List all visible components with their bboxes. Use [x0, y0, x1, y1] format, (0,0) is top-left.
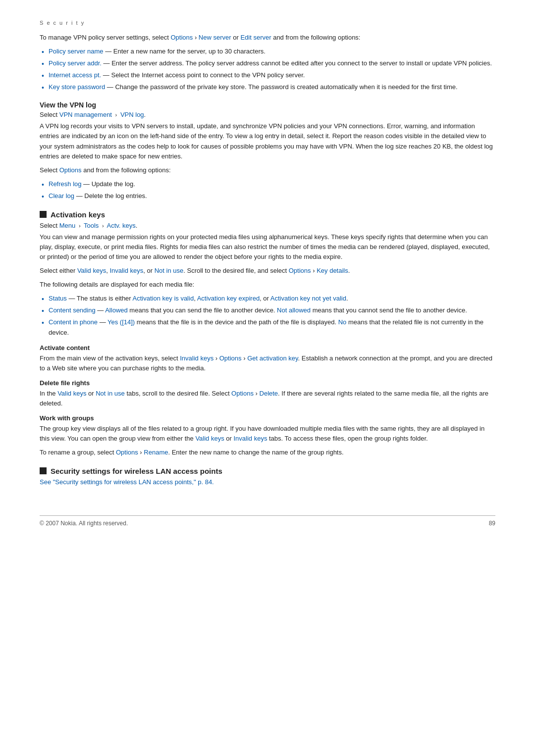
list-item: Refresh log — Update the log. [40, 179, 495, 190]
activation-keys-heading: Activation keys [40, 210, 495, 219]
not-allowed-link[interactable]: Not allowed [277, 306, 311, 314]
policy-server-name-text: — Enter a new name for the server, up to… [104, 48, 266, 55]
list-item-status: Status — The status is either Activation… [40, 294, 495, 304]
work-with-groups-para1: The group key view displays all of the f… [40, 424, 495, 444]
section-square-icon [40, 211, 47, 218]
policy-server-addr-link[interactable]: Policy server addr. [49, 59, 102, 67]
menu-link[interactable]: Menu [59, 222, 76, 229]
nav-arrow1: › [79, 223, 81, 229]
section-label: S e c u r i t y [40, 20, 495, 26]
status-link[interactable]: Status [49, 295, 67, 302]
view-vpn-log-heading: View the VPN log [40, 101, 495, 109]
tools-link[interactable]: Tools [84, 222, 99, 229]
delete-arrow: › [256, 390, 258, 397]
vpn-intro-suffix: and from the following options: [271, 34, 361, 41]
policy-server-addr-text: — Enter the server address. The policy s… [102, 59, 492, 67]
nav-arrow: › [115, 112, 117, 118]
following-details-text: The following details are displayed for … [40, 280, 495, 290]
view-vpn-log-section: View the VPN log Select VPN management ›… [40, 101, 495, 201]
vpn-log-select-options: Select Options and from the following op… [40, 165, 495, 175]
list-item: Internet access pt. — Select the Interne… [40, 70, 495, 81]
content-in-phone-link[interactable]: Content in phone [49, 318, 98, 326]
activation-key-expired-link[interactable]: Activation key expired [197, 295, 260, 302]
clear-log-link[interactable]: Clear log [49, 192, 74, 200]
no-link[interactable]: No [338, 318, 347, 326]
yes-link[interactable]: Yes ([14]) [107, 318, 135, 326]
activation-keys-details-list: Status — The status is either Activation… [40, 294, 495, 338]
vpn-intro-text: To manage VPN policy server settings, se… [40, 34, 170, 41]
valid-keys-link1[interactable]: Valid keys [77, 267, 106, 274]
activation-key-valid-link[interactable]: Activation key is valid [133, 295, 194, 302]
actv-keys-link[interactable]: Actv. keys [107, 222, 136, 229]
list-item-content-in-phone: Content in phone — Yes ([14]) means that… [40, 317, 495, 338]
vpn-edit-server-link[interactable]: Edit server [240, 34, 271, 41]
invalid-keys-link2[interactable]: Invalid keys [180, 354, 214, 362]
vpn-intro-arrow: › [195, 34, 197, 41]
section-square-icon2 [40, 467, 47, 474]
activation-keys-description: You can view and manage permission right… [40, 232, 495, 262]
delete-file-rights-text: In the Valid keys or Not in use tabs, sc… [40, 389, 495, 408]
security-settings-link[interactable]: See "Security settings for wireless LAN … [40, 478, 214, 486]
list-item: Clear log — Delete the log entries. [40, 191, 495, 202]
activation-key-not-yet-valid-link[interactable]: Activation key not yet valid [270, 295, 346, 302]
vpn-options-link[interactable]: Options [170, 34, 193, 41]
activate-arrow1: › [215, 354, 217, 362]
activate-content-heading: Activate content [40, 344, 495, 352]
footer-copyright: © 2007 Nokia. All rights reserved. [40, 520, 128, 527]
footer-page-number: 89 [489, 520, 495, 527]
delete-file-rights-heading: Delete file rights [40, 379, 495, 387]
allowed-link[interactable]: Allowed [105, 306, 128, 314]
rename-options-link[interactable]: Options [116, 449, 138, 456]
vpn-management-link[interactable]: VPN management [59, 111, 112, 118]
vpn-new-server-link[interactable]: New server [199, 34, 231, 41]
key-store-password-link[interactable]: Key store password [49, 83, 105, 91]
activation-keys-section: Activation keys Select Menu › Tools › Ac… [40, 210, 495, 458]
select-either-paragraph: Select either Valid keys, Invalid keys, … [40, 266, 495, 276]
activation-keys-nav: Select Menu › Tools › Actv. keys. [40, 222, 495, 229]
rename-arrow: › [140, 449, 142, 456]
internet-access-pt-text: — Select the Internet access point to co… [101, 71, 305, 79]
activate-options-link[interactable]: Options [219, 354, 242, 362]
vpn-log-nav: Select VPN management › VPN log. [40, 111, 495, 118]
list-item-content-sending: Content sending — Allowed means that you… [40, 305, 495, 316]
vpn-options-list: Policy server name — Enter a new name fo… [40, 47, 495, 92]
not-in-use-link2[interactable]: Not in use [96, 390, 125, 397]
security-settings-section: Security settings for wireless LAN acces… [40, 467, 495, 486]
valid-keys-link4[interactable]: Valid keys [195, 435, 224, 442]
list-item: Policy server name — Enter a new name fo… [40, 47, 495, 57]
footer: © 2007 Nokia. All rights reserved. 89 [40, 515, 495, 527]
vpn-log-link[interactable]: VPN log [120, 111, 144, 118]
work-with-groups-heading: Work with groups [40, 414, 495, 422]
vpn-intro-paragraph: To manage VPN policy server settings, se… [40, 33, 495, 43]
vpn-or: or [231, 34, 241, 41]
vpn-log-options-list: Refresh log — Update the log. Clear log … [40, 179, 495, 202]
rename-link[interactable]: Rename [144, 449, 168, 456]
invalid-keys-link1[interactable]: Invalid keys [109, 267, 143, 274]
nav-arrow2: › [102, 223, 104, 229]
work-with-groups-para2: To rename a group, select Options › Rena… [40, 448, 495, 457]
delete-options-link[interactable]: Options [231, 390, 254, 397]
valid-keys-link3[interactable]: Valid keys [57, 390, 86, 397]
delete-link[interactable]: Delete [260, 390, 278, 397]
vpn-log-description: A VPN log records your visits to VPN ser… [40, 121, 495, 161]
internet-access-pt-link[interactable]: Internet access pt. [49, 71, 101, 79]
activate-content-text: From the main view of the activation key… [40, 353, 495, 373]
security-settings-heading: Security settings for wireless LAN acces… [40, 467, 495, 475]
not-in-use-link1[interactable]: Not in use [155, 267, 184, 274]
activate-arrow2: › [243, 354, 245, 362]
policy-server-name-link[interactable]: Policy server name [49, 48, 104, 55]
key-store-password-text: — Change the password of the private key… [105, 83, 458, 91]
refresh-log-link[interactable]: Refresh log [49, 180, 81, 188]
content-sending-link[interactable]: Content sending [49, 306, 96, 314]
key-details-arrow: › [313, 267, 315, 274]
get-activation-key-link[interactable]: Get activation key [247, 354, 298, 362]
vpn-log-options-link[interactable]: Options [59, 166, 82, 174]
key-details-options-link[interactable]: Options [289, 267, 311, 274]
list-item: Policy server addr. — Enter the server a… [40, 58, 495, 69]
key-details-link[interactable]: Key details [317, 267, 348, 274]
list-item: Key store password — Change the password… [40, 82, 495, 93]
invalid-keys-link3[interactable]: Invalid keys [233, 435, 267, 442]
